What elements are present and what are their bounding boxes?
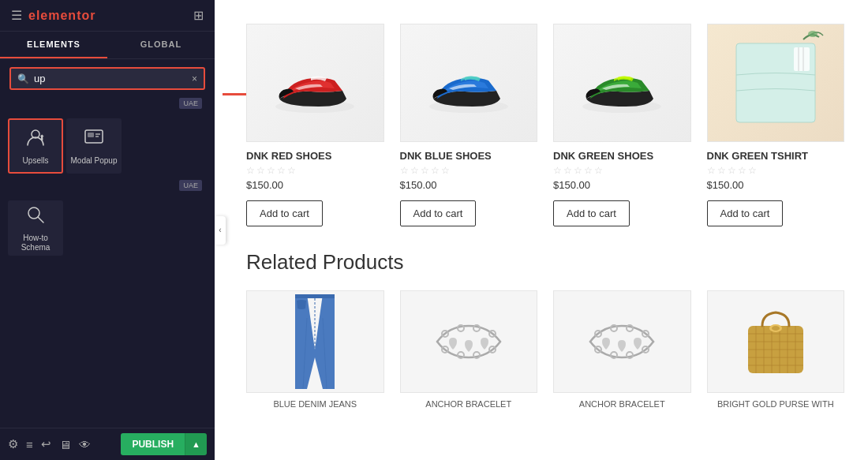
product-card-0: DNK RED SHOES ☆☆☆☆☆ $150.00 Add to cart	[246, 24, 384, 226]
related-products-title: Related Products	[246, 250, 844, 275]
uae-badge-1: UAE	[179, 98, 202, 109]
related-name-1: ANCHOR BRACELET	[400, 399, 538, 409]
add-to-cart-button-3[interactable]: Add to cart	[707, 200, 784, 226]
search-input[interactable]	[34, 73, 192, 84]
related-image-0	[246, 290, 384, 393]
publish-button[interactable]: PUBLISH	[121, 433, 185, 455]
related-image-1	[400, 290, 538, 393]
elements-grid-2: How-to Schema	[0, 194, 215, 262]
settings-icon[interactable]: ⚙	[8, 437, 18, 451]
grid-icon[interactable]: ⊞	[193, 8, 204, 23]
product-name-3: DNK GREEN TSHIRT	[707, 150, 845, 162]
svg-line-7	[38, 217, 43, 223]
element-how-to-schema[interactable]: How-to Schema	[8, 200, 63, 256]
product-stars-1: ☆☆☆☆☆	[400, 165, 538, 176]
publish-caret-button[interactable]: ▲	[185, 433, 207, 455]
related-card-3: BRIGHT GOLD PURSE WITH	[707, 290, 845, 409]
sidebar-header: ☰ elementor ⊞	[0, 0, 215, 32]
collapse-handle[interactable]: ‹	[215, 216, 226, 245]
elementor-logo: elementor	[28, 9, 95, 23]
tab-elements[interactable]: ELEMENTS	[0, 32, 107, 58]
product-stars-3: ☆☆☆☆☆	[707, 165, 845, 176]
related-name-2: ANCHOR BRACELET	[553, 399, 691, 409]
search-clear-icon[interactable]: ×	[192, 73, 197, 84]
upsells-icon: ⬆	[24, 126, 47, 153]
add-to-cart-button-0[interactable]: Add to cart	[246, 200, 323, 226]
product-name-0: DNK RED SHOES	[246, 150, 384, 162]
add-to-cart-button-1[interactable]: Add to cart	[400, 200, 477, 226]
sidebar-header-left: ☰ elementor	[11, 8, 95, 23]
related-name-0: BLUE DENIM JEANS	[246, 399, 384, 409]
search-icon: 🔍	[17, 73, 29, 84]
svg-point-16	[808, 31, 817, 37]
sidebar-footer: ⚙ ≡ ↩ 🖥 👁 PUBLISH ▲	[0, 428, 215, 460]
elements-grid: ⬆ Upsells Modal Popup	[0, 112, 215, 180]
product-name-2: DNK GREEN SHOES	[553, 150, 691, 162]
product-stars-0: ☆☆☆☆☆	[246, 165, 384, 176]
uae-badge-2: UAE	[179, 180, 202, 191]
responsive-icon[interactable]: 🖥	[59, 438, 71, 451]
related-card-1: ANCHOR BRACELET	[400, 290, 538, 409]
collapse-icon: ‹	[219, 226, 221, 234]
related-card-0: BLUE DENIM JEANS	[246, 290, 384, 409]
preview-icon[interactable]: 👁	[79, 438, 91, 451]
svg-rect-3	[88, 133, 94, 137]
product-price-0: $150.00	[246, 179, 384, 191]
product-price-2: $150.00	[553, 179, 691, 191]
add-to-cart-button-2[interactable]: Add to cart	[553, 200, 630, 226]
product-card-3: DNK GREEN TSHIRT ☆☆☆☆☆ $150.00 Add to ca…	[707, 24, 845, 226]
main-content: DNK RED SHOES ☆☆☆☆☆ $150.00 Add to cart	[215, 0, 868, 460]
products-grid: DNK RED SHOES ☆☆☆☆☆ $150.00 Add to cart	[246, 24, 844, 226]
hamburger-icon[interactable]: ☰	[11, 8, 22, 23]
related-grid: BLUE DENIM JEANS	[246, 290, 844, 409]
publish-btn-group: PUBLISH ▲	[121, 433, 207, 455]
product-image-3	[707, 24, 845, 142]
product-image-2	[553, 24, 691, 142]
product-card-1: DNK BLUE SHOES ☆☆☆☆☆ $150.00 Add to cart	[400, 24, 538, 226]
product-stars-2: ☆☆☆☆☆	[553, 165, 691, 176]
related-image-3	[707, 290, 845, 393]
product-card-2: DNK GREEN SHOES ☆☆☆☆☆ $150.00 Add to car…	[553, 24, 691, 226]
search-bar: 🔍 ×	[9, 67, 205, 90]
svg-point-49	[772, 326, 780, 331]
uae-badge-row-1: UAE	[0, 98, 215, 110]
element-upsells[interactable]: ⬆ Upsells	[8, 118, 63, 174]
history-icon[interactable]: ↩	[41, 437, 51, 451]
element-modal-popup[interactable]: Modal Popup	[66, 118, 122, 174]
uae-badge-row-2: UAE	[0, 180, 215, 193]
upsells-label: Upsells	[23, 156, 49, 166]
product-price-3: $150.00	[707, 179, 845, 191]
modal-popup-label: Modal Popup	[71, 156, 118, 166]
sidebar-tabs: ELEMENTS GLOBAL	[0, 32, 215, 59]
product-image-0	[246, 24, 384, 142]
how-to-schema-label: How-to Schema	[9, 234, 62, 252]
tab-global[interactable]: GLOBAL	[107, 32, 215, 58]
related-name-3: BRIGHT GOLD PURSE WITH	[707, 399, 845, 409]
product-price-1: $150.00	[400, 179, 538, 191]
layers-icon[interactable]: ≡	[26, 438, 33, 451]
product-image-1	[400, 24, 538, 142]
how-to-schema-icon	[24, 204, 47, 230]
svg-rect-13	[794, 47, 810, 71]
related-card-2: ANCHOR BRACELET	[553, 290, 691, 409]
modal-popup-icon	[83, 126, 105, 153]
related-image-2	[553, 290, 691, 393]
svg-text:⬆: ⬆	[39, 133, 45, 142]
product-name-1: DNK BLUE SHOES	[400, 150, 538, 162]
sidebar: ☰ elementor ⊞ ELEMENTS GLOBAL 🔍 × UAE ⬆ …	[0, 0, 215, 460]
